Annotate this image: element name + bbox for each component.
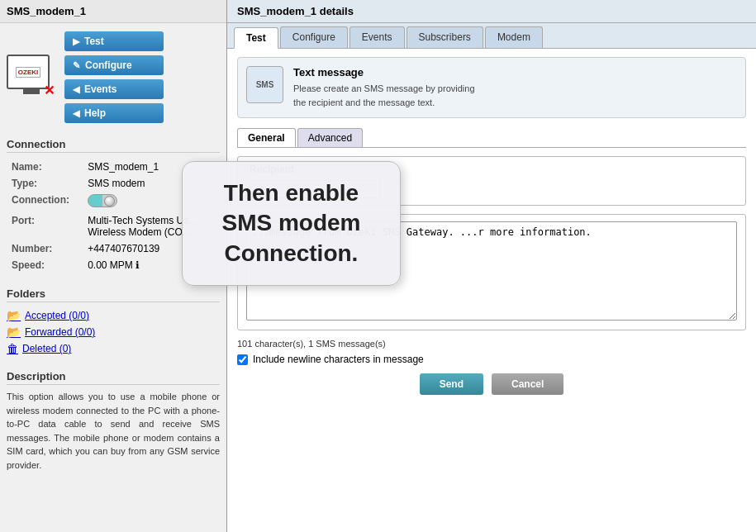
- newline-label: Include newline characters in message: [253, 354, 424, 365]
- message-title: Text message: [293, 66, 475, 78]
- tab-configure[interactable]: Configure: [280, 26, 348, 48]
- left-panel-title: SMS_modem_1: [0, 0, 226, 23]
- toggle-knob: [104, 196, 115, 207]
- error-icon: ✕: [44, 83, 55, 98]
- connection-title: Connection: [7, 138, 220, 153]
- configure-button[interactable]: ✎ Configure: [64, 55, 164, 75]
- folder-deleted[interactable]: 🗑 Deleted (0): [7, 340, 220, 357]
- description-section: Description This option allows you to us…: [0, 363, 226, 478]
- sub-tab-general[interactable]: General: [237, 128, 296, 147]
- type-label: Type:: [8, 176, 83, 191]
- configure-icon: ✎: [73, 60, 80, 71]
- message-desc: Please create an SMS message by providin…: [293, 82, 475, 109]
- sub-tab-advanced[interactable]: Advanced: [297, 128, 363, 147]
- top-tab-bar: Test Configure Events Subscribers Modem: [227, 23, 756, 49]
- device-area: OZEKI ✕ ▶ Test ✎ Configure ◀ Events ◀ He…: [0, 23, 226, 131]
- folder-accepted-icon: 📂: [7, 309, 21, 322]
- name-label: Name:: [8, 159, 83, 174]
- tab-subscribers[interactable]: Subscribers: [407, 26, 483, 48]
- monitor-stand: [23, 89, 40, 94]
- info-icon: ℹ: [136, 259, 140, 271]
- help-button[interactable]: ◀ Help: [64, 103, 164, 123]
- events-icon: ◀: [73, 84, 79, 95]
- events-button[interactable]: ◀ Events: [64, 79, 164, 99]
- description-title: Description: [7, 370, 220, 385]
- tooltip-text: Then enable SMS modem Connection.: [221, 180, 360, 266]
- folders-section: Folders 📂 Accepted (0/0) 📂 Forwarded (0/…: [0, 281, 226, 363]
- message-info-text: Text message Please create an SMS messag…: [293, 66, 475, 109]
- test-icon: ▶: [73, 36, 79, 47]
- help-icon: ◀: [73, 108, 79, 119]
- sub-tab-bar: General Advanced: [237, 128, 746, 148]
- folders-title: Folders: [7, 287, 220, 302]
- right-panel-title: SMS_modem_1 details: [227, 0, 756, 23]
- connection-toggle[interactable]: [88, 194, 117, 207]
- tooltip-overlay: Then enable SMS modem Connection.: [182, 161, 401, 286]
- folder-accepted[interactable]: 📂 Accepted (0/0): [7, 307, 220, 324]
- speed-label: Speed:: [8, 258, 83, 273]
- message-info-box: SMS Text message Please create an SMS me…: [237, 57, 746, 118]
- tab-modem[interactable]: Modem: [485, 26, 543, 48]
- device-icon: OZEKI ✕: [7, 55, 56, 100]
- folder-forwarded-label: Forwarded (0/0): [25, 326, 95, 338]
- action-buttons: ▶ Test ✎ Configure ◀ Events ◀ Help: [64, 31, 164, 123]
- content-area: SMS Text message Please create an SMS me…: [227, 49, 756, 532]
- description-text: This option allows you to use a mobile p…: [7, 390, 220, 472]
- tab-events[interactable]: Events: [349, 26, 405, 48]
- cancel-button[interactable]: Cancel: [492, 373, 563, 395]
- folder-deleted-label: Deleted (0): [22, 343, 71, 354]
- folder-deleted-icon: 🗑: [7, 342, 18, 355]
- newline-checkbox-row: Include newline characters in message: [237, 354, 746, 365]
- ozeki-logo: OZEKI: [16, 67, 40, 78]
- newline-checkbox[interactable]: [237, 354, 248, 365]
- button-row: Send Cancel: [237, 373, 746, 395]
- folder-forwarded[interactable]: 📂 Forwarded (0/0): [7, 324, 220, 340]
- tab-test[interactable]: Test: [234, 27, 278, 49]
- test-button[interactable]: ▶ Test: [64, 31, 164, 51]
- folder-accepted-label: Accepted (0/0): [25, 310, 89, 321]
- number-label: Number:: [8, 241, 83, 256]
- port-label: Port:: [8, 213, 83, 240]
- sms-icon: SMS: [246, 66, 283, 103]
- folder-forwarded-icon: 📂: [7, 325, 21, 339]
- send-button[interactable]: Send: [420, 373, 483, 395]
- connection-label: Connection:: [8, 192, 83, 211]
- char-count: 101 character(s), 1 SMS message(s): [237, 339, 746, 349]
